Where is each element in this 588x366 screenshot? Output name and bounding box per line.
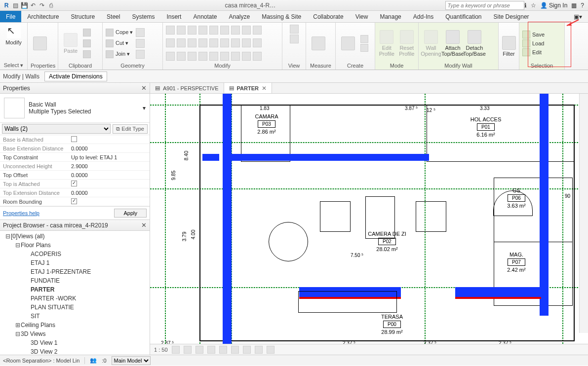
type-dropdown-icon[interactable]: ▾ bbox=[143, 105, 146, 111]
create-button[interactable] bbox=[339, 37, 357, 50]
qa-undo-icon[interactable]: ↶ bbox=[29, 1, 38, 10]
selection-edit-button[interactable]: Edit bbox=[522, 48, 545, 56]
main-model-select[interactable]: Main Model bbox=[112, 356, 151, 365]
tab-steel[interactable]: Steel bbox=[101, 11, 126, 22]
tab-systems[interactable]: Systems bbox=[126, 11, 160, 22]
tab-structure[interactable]: Structure bbox=[65, 11, 101, 22]
modify-tool-icon[interactable] bbox=[231, 52, 240, 61]
shadows-icon[interactable] bbox=[207, 346, 215, 354]
crop-icon[interactable] bbox=[219, 346, 227, 354]
help-icon[interactable]: ? bbox=[581, 2, 584, 9]
qa-redo-icon[interactable]: ↷ bbox=[38, 1, 46, 10]
property-row[interactable]: Top Offset0.0000 bbox=[0, 171, 150, 180]
tree-node[interactable]: ⊟Floor Plans bbox=[1, 241, 150, 250]
tree-node[interactable]: ACOPERIS bbox=[1, 250, 150, 258]
detail-level-icon[interactable] bbox=[172, 346, 180, 354]
modify-tool-icon[interactable] bbox=[209, 38, 218, 47]
match-type-icon[interactable] bbox=[83, 28, 91, 37]
select-group-label[interactable]: Select ▾ bbox=[3, 61, 24, 69]
modify-tool-icon[interactable] bbox=[198, 26, 207, 35]
modify-tool-icon[interactable] bbox=[188, 52, 196, 61]
modify-tool-icon[interactable] bbox=[242, 26, 251, 35]
modify-tool-icon[interactable] bbox=[253, 26, 262, 35]
workset-icon[interactable]: 👥 bbox=[90, 357, 97, 364]
tab-addins[interactable]: Add-Ins bbox=[407, 11, 439, 22]
geometry-icon[interactable] bbox=[136, 39, 145, 48]
activate-dimensions-button[interactable]: Activate Dimensions bbox=[44, 72, 107, 81]
join-button[interactable]: Join ▾ bbox=[106, 49, 133, 59]
temporary-hide-icon[interactable] bbox=[255, 346, 263, 354]
filter-button[interactable]: Filter bbox=[502, 36, 516, 57]
star-icon[interactable]: ☆ bbox=[531, 2, 536, 9]
view-scale[interactable]: 1 : 50 bbox=[154, 347, 168, 353]
modify-tool-icon[interactable] bbox=[188, 26, 196, 35]
selection-load-button[interactable]: Load bbox=[522, 39, 545, 47]
modify-tool-icon[interactable] bbox=[220, 38, 229, 47]
tab-massing[interactable]: Massing & Site bbox=[256, 11, 307, 22]
modify-tool-icon[interactable] bbox=[242, 38, 251, 47]
modify-tool-icon[interactable] bbox=[209, 26, 218, 35]
apply-button[interactable]: Apply bbox=[114, 209, 147, 218]
tree-node[interactable]: FUNDATIE bbox=[1, 276, 150, 285]
modify-tool-icon[interactable] bbox=[253, 38, 262, 47]
selection-save-button[interactable]: Save bbox=[522, 31, 545, 38]
tree-node[interactable]: ETAJ 1 bbox=[1, 258, 150, 267]
navigation-rail[interactable] bbox=[579, 94, 588, 333]
modify-tool-icon[interactable] bbox=[166, 38, 175, 47]
clipboard-icon[interactable] bbox=[83, 49, 91, 59]
tree-node[interactable]: 3D View 1 bbox=[1, 338, 150, 347]
info-icon[interactable]: ℹ bbox=[524, 2, 527, 9]
modify-tool-icon[interactable] bbox=[220, 52, 229, 61]
search-input[interactable] bbox=[445, 1, 524, 10]
copy-icon[interactable] bbox=[83, 38, 91, 48]
tab-architecture[interactable]: Architecture bbox=[21, 11, 65, 22]
view-icon[interactable] bbox=[290, 25, 299, 34]
create-icon[interactable] bbox=[360, 35, 368, 43]
tree-node[interactable]: PARTER -WORK bbox=[1, 294, 150, 303]
properties-button[interactable] bbox=[31, 37, 49, 50]
qa-open-icon[interactable]: ▤ bbox=[11, 1, 20, 10]
modify-tool-icon[interactable] bbox=[177, 52, 186, 61]
modify-tool-icon[interactable] bbox=[242, 52, 251, 61]
crop-region-icon[interactable] bbox=[231, 346, 239, 354]
property-row[interactable]: Room Bounding bbox=[0, 197, 150, 206]
browser-close-icon[interactable]: ✕ bbox=[141, 221, 147, 229]
qa-save-icon[interactable]: 💾 bbox=[20, 1, 29, 10]
property-row[interactable]: Top ConstraintUp to level: ETAJ 1 bbox=[0, 153, 150, 162]
cope-button[interactable]: Cope ▾ bbox=[106, 28, 133, 37]
attach-button[interactable]: Attach Top/Base bbox=[443, 30, 462, 57]
lock-icon[interactable] bbox=[243, 346, 251, 354]
signin-button[interactable]: 👤 Sign In bbox=[540, 2, 568, 9]
modify-tool-icon[interactable] bbox=[231, 38, 240, 47]
properties-close-icon[interactable]: ✕ bbox=[141, 84, 147, 92]
modify-tool-icon[interactable] bbox=[198, 38, 207, 47]
modify-button[interactable]: ↖Modify bbox=[4, 25, 23, 45]
modify-tool-icon[interactable] bbox=[177, 38, 186, 47]
properties-help-link[interactable]: Properties help bbox=[3, 210, 39, 216]
tab-analyze[interactable]: Analyze bbox=[223, 11, 256, 22]
tab-quantification[interactable]: Quantification bbox=[439, 11, 487, 22]
modify-tool-icon[interactable] bbox=[220, 26, 229, 35]
modify-tool-icon[interactable] bbox=[166, 26, 175, 35]
tree-node[interactable]: ETAJ 1-PREZENTARE bbox=[1, 267, 150, 276]
tree-node[interactable]: SIT bbox=[1, 312, 150, 321]
detach-button[interactable]: Detach Top/Base bbox=[465, 30, 484, 57]
tab-file[interactable]: File bbox=[0, 11, 21, 22]
view-icon[interactable] bbox=[290, 35, 299, 43]
tree-node[interactable]: PARTER bbox=[1, 285, 150, 294]
view-tab-close-icon[interactable]: ✕ bbox=[262, 85, 267, 92]
reveal-hidden-icon[interactable] bbox=[267, 346, 274, 354]
modify-tool-icon[interactable] bbox=[198, 52, 207, 61]
tab-collaborate[interactable]: Collaborate bbox=[307, 11, 349, 22]
modify-tool-icon[interactable] bbox=[166, 52, 175, 61]
tab-sitedesigner[interactable]: Site Designer bbox=[488, 11, 535, 22]
project-tree[interactable]: ⊟[0] Views (all)⊟Floor PlansACOPERISETAJ… bbox=[0, 231, 150, 355]
app-switch-icon[interactable]: ▦ bbox=[571, 2, 577, 9]
tree-node[interactable]: PLAN SITUATIE bbox=[1, 303, 150, 312]
qa-print-icon[interactable]: ⎙ bbox=[46, 1, 55, 10]
tab-view[interactable]: View bbox=[350, 11, 374, 22]
drawing-canvas[interactable]: CAMARA P03 2.86 m² HOL ACCES P01 6.16 m²… bbox=[150, 94, 588, 344]
modify-tool-icon[interactable] bbox=[177, 26, 186, 35]
instance-selector[interactable]: Walls (2) bbox=[2, 124, 111, 134]
modify-tool-icon[interactable] bbox=[231, 26, 240, 35]
